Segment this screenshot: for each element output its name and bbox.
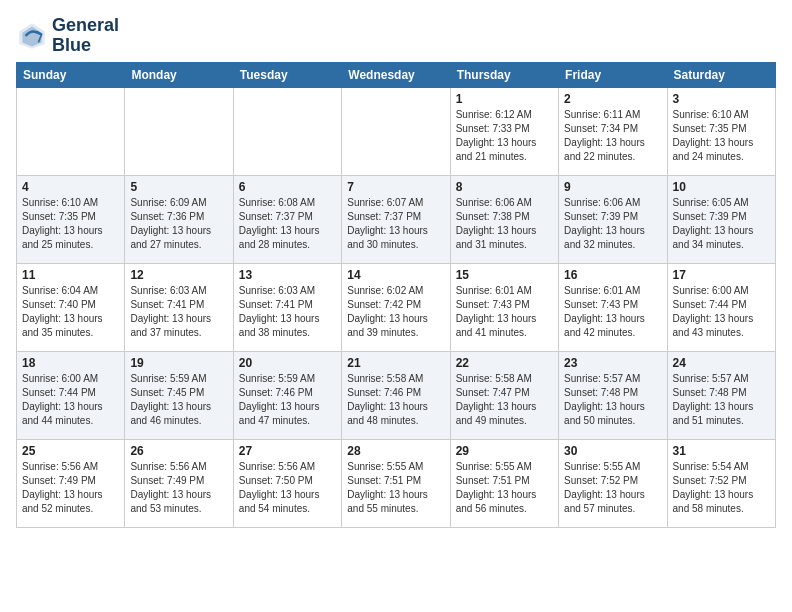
calendar-cell: 18Sunrise: 6:00 AM Sunset: 7:44 PM Dayli…: [17, 351, 125, 439]
calendar-cell: 26Sunrise: 5:56 AM Sunset: 7:49 PM Dayli…: [125, 439, 233, 527]
day-number: 18: [22, 356, 119, 370]
day-info: Sunrise: 6:07 AM Sunset: 7:37 PM Dayligh…: [347, 196, 444, 252]
calendar-week-row: 25Sunrise: 5:56 AM Sunset: 7:49 PM Dayli…: [17, 439, 776, 527]
calendar-cell: 7Sunrise: 6:07 AM Sunset: 7:37 PM Daylig…: [342, 175, 450, 263]
day-number: 8: [456, 180, 553, 194]
day-info: Sunrise: 6:00 AM Sunset: 7:44 PM Dayligh…: [22, 372, 119, 428]
calendar-cell: 12Sunrise: 6:03 AM Sunset: 7:41 PM Dayli…: [125, 263, 233, 351]
calendar-cell: 17Sunrise: 6:00 AM Sunset: 7:44 PM Dayli…: [667, 263, 775, 351]
logo: General Blue: [16, 16, 119, 56]
calendar-cell: 21Sunrise: 5:58 AM Sunset: 7:46 PM Dayli…: [342, 351, 450, 439]
day-number: 21: [347, 356, 444, 370]
calendar-body: 1Sunrise: 6:12 AM Sunset: 7:33 PM Daylig…: [17, 87, 776, 527]
day-info: Sunrise: 6:01 AM Sunset: 7:43 PM Dayligh…: [456, 284, 553, 340]
calendar-cell: 15Sunrise: 6:01 AM Sunset: 7:43 PM Dayli…: [450, 263, 558, 351]
calendar-cell: 29Sunrise: 5:55 AM Sunset: 7:51 PM Dayli…: [450, 439, 558, 527]
calendar-cell: 23Sunrise: 5:57 AM Sunset: 7:48 PM Dayli…: [559, 351, 667, 439]
day-number: 6: [239, 180, 336, 194]
day-info: Sunrise: 5:55 AM Sunset: 7:52 PM Dayligh…: [564, 460, 661, 516]
day-number: 15: [456, 268, 553, 282]
day-number: 16: [564, 268, 661, 282]
day-info: Sunrise: 6:06 AM Sunset: 7:39 PM Dayligh…: [564, 196, 661, 252]
calendar-cell: 10Sunrise: 6:05 AM Sunset: 7:39 PM Dayli…: [667, 175, 775, 263]
day-info: Sunrise: 5:59 AM Sunset: 7:46 PM Dayligh…: [239, 372, 336, 428]
day-info: Sunrise: 6:10 AM Sunset: 7:35 PM Dayligh…: [673, 108, 770, 164]
day-number: 11: [22, 268, 119, 282]
day-info: Sunrise: 6:11 AM Sunset: 7:34 PM Dayligh…: [564, 108, 661, 164]
day-info: Sunrise: 6:00 AM Sunset: 7:44 PM Dayligh…: [673, 284, 770, 340]
calendar-cell: [125, 87, 233, 175]
day-number: 7: [347, 180, 444, 194]
day-info: Sunrise: 6:06 AM Sunset: 7:38 PM Dayligh…: [456, 196, 553, 252]
calendar-week-row: 4Sunrise: 6:10 AM Sunset: 7:35 PM Daylig…: [17, 175, 776, 263]
day-number: 22: [456, 356, 553, 370]
day-info: Sunrise: 6:03 AM Sunset: 7:41 PM Dayligh…: [130, 284, 227, 340]
day-info: Sunrise: 5:56 AM Sunset: 7:49 PM Dayligh…: [22, 460, 119, 516]
day-info: Sunrise: 6:04 AM Sunset: 7:40 PM Dayligh…: [22, 284, 119, 340]
page-header: General Blue: [16, 16, 776, 56]
calendar-cell: [233, 87, 341, 175]
day-number: 24: [673, 356, 770, 370]
day-info: Sunrise: 5:56 AM Sunset: 7:49 PM Dayligh…: [130, 460, 227, 516]
calendar-header-friday: Friday: [559, 62, 667, 87]
day-number: 27: [239, 444, 336, 458]
calendar-cell: 19Sunrise: 5:59 AM Sunset: 7:45 PM Dayli…: [125, 351, 233, 439]
calendar-cell: 14Sunrise: 6:02 AM Sunset: 7:42 PM Dayli…: [342, 263, 450, 351]
calendar-cell: 28Sunrise: 5:55 AM Sunset: 7:51 PM Dayli…: [342, 439, 450, 527]
day-number: 31: [673, 444, 770, 458]
calendar-cell: 31Sunrise: 5:54 AM Sunset: 7:52 PM Dayli…: [667, 439, 775, 527]
day-info: Sunrise: 6:01 AM Sunset: 7:43 PM Dayligh…: [564, 284, 661, 340]
day-info: Sunrise: 5:55 AM Sunset: 7:51 PM Dayligh…: [347, 460, 444, 516]
day-number: 20: [239, 356, 336, 370]
day-info: Sunrise: 5:55 AM Sunset: 7:51 PM Dayligh…: [456, 460, 553, 516]
calendar-cell: 16Sunrise: 6:01 AM Sunset: 7:43 PM Dayli…: [559, 263, 667, 351]
day-info: Sunrise: 5:59 AM Sunset: 7:45 PM Dayligh…: [130, 372, 227, 428]
day-number: 17: [673, 268, 770, 282]
calendar-cell: 3Sunrise: 6:10 AM Sunset: 7:35 PM Daylig…: [667, 87, 775, 175]
day-info: Sunrise: 5:58 AM Sunset: 7:46 PM Dayligh…: [347, 372, 444, 428]
day-number: 3: [673, 92, 770, 106]
day-info: Sunrise: 5:54 AM Sunset: 7:52 PM Dayligh…: [673, 460, 770, 516]
calendar-cell: 20Sunrise: 5:59 AM Sunset: 7:46 PM Dayli…: [233, 351, 341, 439]
day-info: Sunrise: 5:58 AM Sunset: 7:47 PM Dayligh…: [456, 372, 553, 428]
day-info: Sunrise: 6:05 AM Sunset: 7:39 PM Dayligh…: [673, 196, 770, 252]
calendar-cell: 4Sunrise: 6:10 AM Sunset: 7:35 PM Daylig…: [17, 175, 125, 263]
day-info: Sunrise: 6:10 AM Sunset: 7:35 PM Dayligh…: [22, 196, 119, 252]
calendar-cell: [17, 87, 125, 175]
calendar-header-sunday: Sunday: [17, 62, 125, 87]
calendar-cell: 6Sunrise: 6:08 AM Sunset: 7:37 PM Daylig…: [233, 175, 341, 263]
day-info: Sunrise: 6:03 AM Sunset: 7:41 PM Dayligh…: [239, 284, 336, 340]
day-number: 26: [130, 444, 227, 458]
calendar-header-wednesday: Wednesday: [342, 62, 450, 87]
day-info: Sunrise: 5:57 AM Sunset: 7:48 PM Dayligh…: [673, 372, 770, 428]
calendar-header-thursday: Thursday: [450, 62, 558, 87]
day-info: Sunrise: 6:02 AM Sunset: 7:42 PM Dayligh…: [347, 284, 444, 340]
calendar-cell: 13Sunrise: 6:03 AM Sunset: 7:41 PM Dayli…: [233, 263, 341, 351]
day-number: 12: [130, 268, 227, 282]
calendar-cell: 27Sunrise: 5:56 AM Sunset: 7:50 PM Dayli…: [233, 439, 341, 527]
day-number: 29: [456, 444, 553, 458]
calendar-week-row: 18Sunrise: 6:00 AM Sunset: 7:44 PM Dayli…: [17, 351, 776, 439]
calendar-cell: 22Sunrise: 5:58 AM Sunset: 7:47 PM Dayli…: [450, 351, 558, 439]
calendar-cell: 24Sunrise: 5:57 AM Sunset: 7:48 PM Dayli…: [667, 351, 775, 439]
calendar-cell: 2Sunrise: 6:11 AM Sunset: 7:34 PM Daylig…: [559, 87, 667, 175]
calendar-cell: 30Sunrise: 5:55 AM Sunset: 7:52 PM Dayli…: [559, 439, 667, 527]
day-number: 13: [239, 268, 336, 282]
calendar-header-tuesday: Tuesday: [233, 62, 341, 87]
calendar-table: SundayMondayTuesdayWednesdayThursdayFrid…: [16, 62, 776, 528]
day-info: Sunrise: 5:56 AM Sunset: 7:50 PM Dayligh…: [239, 460, 336, 516]
day-number: 9: [564, 180, 661, 194]
calendar-week-row: 1Sunrise: 6:12 AM Sunset: 7:33 PM Daylig…: [17, 87, 776, 175]
day-info: Sunrise: 6:12 AM Sunset: 7:33 PM Dayligh…: [456, 108, 553, 164]
calendar-header-monday: Monday: [125, 62, 233, 87]
day-info: Sunrise: 5:57 AM Sunset: 7:48 PM Dayligh…: [564, 372, 661, 428]
calendar-cell: 8Sunrise: 6:06 AM Sunset: 7:38 PM Daylig…: [450, 175, 558, 263]
day-number: 4: [22, 180, 119, 194]
calendar-header-saturday: Saturday: [667, 62, 775, 87]
calendar-cell: 9Sunrise: 6:06 AM Sunset: 7:39 PM Daylig…: [559, 175, 667, 263]
day-number: 25: [22, 444, 119, 458]
calendar-cell: [342, 87, 450, 175]
calendar-cell: 11Sunrise: 6:04 AM Sunset: 7:40 PM Dayli…: [17, 263, 125, 351]
day-number: 19: [130, 356, 227, 370]
calendar-cell: 25Sunrise: 5:56 AM Sunset: 7:49 PM Dayli…: [17, 439, 125, 527]
